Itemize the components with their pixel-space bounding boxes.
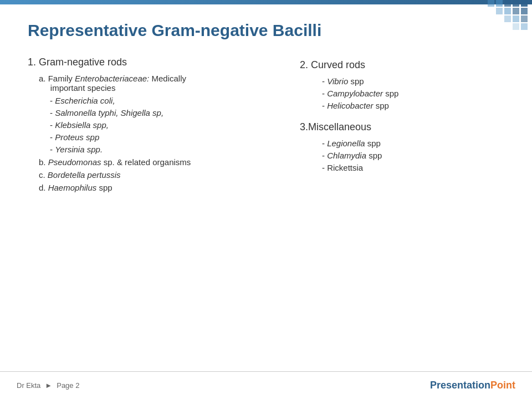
bullet-proteus: Proteus spp xyxy=(50,132,278,142)
bullet-legionella: Legionella spp xyxy=(322,139,504,148)
slide-title: Representative Gram-negative Bacilli xyxy=(28,21,504,40)
sub-item-b: b. Pseudomonas sp. & related organisms xyxy=(39,157,278,167)
section3-heading: 3.Miscellaneous xyxy=(300,121,504,133)
brand-presentation: Presentation xyxy=(430,380,490,391)
left-column: 1. Gram-negative rods a. Family Enteroba… xyxy=(28,57,278,196)
bullet-rickettsia: Rickettsia xyxy=(322,163,504,172)
right-column: 2. Curved rods Vibrio spp Campylobacter … xyxy=(300,57,504,196)
bullet-salmonella: Salmonella typhi, Shigella sp, xyxy=(50,108,278,117)
footer-bar: Dr Ekta ► Page 2 PresentationPoint xyxy=(0,371,532,399)
brand-point: Point xyxy=(490,380,515,391)
section2-heading: 2. Curved rods xyxy=(300,59,504,71)
section1-heading: 1. Gram-negative rods xyxy=(28,57,278,68)
footer-author: Dr Ekta xyxy=(17,381,40,390)
footer-page: Page 2 xyxy=(57,381,79,390)
footer-left: Dr Ekta ► Page 2 xyxy=(17,381,79,390)
sub-item-d: d. Haemophilus spp xyxy=(39,183,278,192)
bullet-yersinia: Yersinia spp. xyxy=(50,145,278,154)
bullet-helicobacter: Helicobacter spp xyxy=(322,101,504,110)
sub-a-label: a. Family xyxy=(39,74,75,83)
bullet-ecoli: Escherichia coli, xyxy=(50,96,278,105)
bullet-campylobacter: Campylobacter spp xyxy=(322,89,504,98)
bullet-vibrio: Vibrio spp xyxy=(322,76,504,86)
columns-container: 1. Gram-negative rods a. Family Enteroba… xyxy=(28,57,504,196)
sub-item-c: c. Bordetella pertussis xyxy=(39,170,278,180)
bullet-chlamydia: Chlamydia spp xyxy=(322,151,504,160)
footer-separator-icon: ► xyxy=(45,381,52,390)
sub-item-a: a. Family Enterobacteriaceae: Medically … xyxy=(39,74,278,93)
footer-brand: PresentationPoint xyxy=(430,380,515,391)
sub-a-italic: Enterobacteriaceae: xyxy=(75,74,149,83)
bullet-klebsiella: Klebsiella spp, xyxy=(50,120,278,130)
main-content: Representative Gram-negative Bacilli 1. … xyxy=(0,4,532,371)
